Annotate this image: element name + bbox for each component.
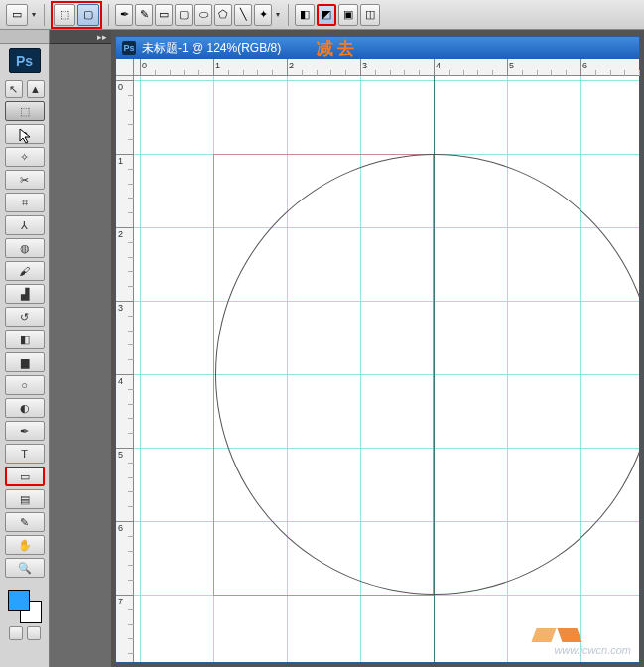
rectangle-tool[interactable]: ▭: [5, 467, 45, 486]
polygon-button[interactable]: ⬠: [214, 4, 232, 26]
zoom-tool[interactable]: 🔍: [5, 558, 45, 578]
shape-layers-icon: ⬚: [60, 8, 69, 21]
blur-icon: ○: [21, 379, 28, 391]
pen-tool[interactable]: ✒: [5, 421, 45, 441]
crop-tool[interactable]: ✂: [5, 170, 45, 190]
hand-tool[interactable]: ✋: [5, 535, 45, 555]
tools-panel: Ps ↖ ▲ ⬚ ɔ ✧ ✂ ⌗ ⅄ ◍ 🖌 ▟ ↺ ◧ ▆ ○ ◐ ✒ T ▭…: [0, 30, 50, 667]
hand-icon: ✋: [18, 539, 32, 552]
custom-shape-icon: ✦: [259, 8, 268, 21]
horizontal-ruler[interactable]: 0123456: [134, 59, 639, 76]
lasso-icon: ɔ: [22, 128, 28, 141]
ellipse-icon: ⬭: [199, 8, 208, 21]
chevron-down-icon[interactable]: ▾: [30, 10, 38, 19]
expand-panels-button[interactable]: ▸▸: [50, 30, 111, 44]
ruler-label: 1: [118, 156, 123, 166]
freeform-pen-icon: ✎: [140, 8, 149, 21]
stamp-icon: ▟: [21, 288, 29, 301]
new-shape-layer-button[interactable]: ◧: [295, 4, 315, 26]
chevron-down-icon[interactable]: ▾: [274, 10, 282, 19]
vertical-ruler[interactable]: 01234567: [116, 76, 134, 662]
document-titlebar[interactable]: Ps 未标题-1 @ 124%(RGB/8) 减去: [116, 37, 639, 59]
ruler-label: 4: [436, 61, 441, 70]
slice-icon: ⌗: [22, 197, 28, 209]
rounded-rect-button[interactable]: ▢: [175, 4, 193, 26]
brush-icon: 🖌: [19, 265, 30, 277]
ruler-label: 2: [289, 61, 294, 70]
marquee-tool[interactable]: ⬚: [5, 101, 45, 121]
ruler-label: 6: [582, 61, 587, 70]
line-button[interactable]: ╲: [234, 4, 252, 26]
brush-tool[interactable]: 🖌: [5, 261, 45, 281]
subtract-from-shape-button[interactable]: ◩: [317, 4, 336, 26]
color-swatches[interactable]: [8, 590, 42, 623]
ruler-label: 5: [118, 450, 123, 460]
ruler-label: 6: [118, 523, 123, 533]
rectangle-icon: ▭: [20, 470, 30, 483]
notes-tool[interactable]: ▤: [5, 489, 45, 509]
ruler-label: 5: [509, 61, 514, 70]
note-icon: ▤: [20, 493, 30, 506]
ruler-label: 7: [118, 597, 123, 606]
dodge-icon: ◐: [20, 402, 30, 415]
custom-shape-button[interactable]: ✦: [254, 4, 272, 26]
color-sampler-tool[interactable]: ✎: [5, 512, 45, 532]
ruler-label: 0: [142, 61, 147, 70]
exclude-shape-button[interactable]: ◫: [360, 4, 380, 26]
ruler-label: 0: [118, 82, 123, 92]
move-tool[interactable]: ↖: [5, 80, 23, 98]
foreground-color-swatch[interactable]: [8, 590, 30, 611]
slice-tool[interactable]: ⌗: [5, 193, 45, 212]
rounded-rect-icon: ▢: [179, 8, 189, 21]
ruler-label: 2: [118, 229, 123, 239]
ruler-label: 4: [118, 376, 123, 386]
ellipse-button[interactable]: ⬭: [194, 4, 212, 26]
healing-brush-tool[interactable]: ◍: [5, 238, 45, 258]
lasso-tool[interactable]: ɔ: [5, 124, 45, 144]
pen-tool-button[interactable]: ✒: [115, 4, 133, 26]
ruler-origin[interactable]: [116, 59, 134, 76]
dodge-tool[interactable]: ◐: [5, 398, 45, 418]
tool-preset-button[interactable]: ▭: [6, 4, 28, 26]
eyedropper-tool[interactable]: ⅄: [5, 215, 45, 235]
new-layer-icon: ◧: [300, 8, 310, 21]
crop-icon: ✂: [20, 174, 29, 187]
photoshop-doc-icon: Ps: [122, 41, 136, 55]
separator: [44, 4, 45, 26]
screen-mode-button[interactable]: [27, 626, 41, 640]
gradient-tool[interactable]: ▆: [5, 352, 45, 372]
panel-grip[interactable]: [0, 30, 49, 44]
shape-layers-button[interactable]: ⬚: [54, 4, 75, 26]
collapsed-panels: ▸▸: [50, 30, 111, 667]
eyedropper-icon: ⅄: [21, 219, 28, 232]
history-brush-tool[interactable]: ↺: [5, 307, 45, 327]
exclude-icon: ◫: [365, 8, 375, 21]
rectangle-button[interactable]: ▭: [155, 4, 173, 26]
sampler-icon: ✎: [20, 516, 29, 529]
gradient-icon: ▆: [21, 356, 29, 369]
type-tool[interactable]: T: [5, 444, 45, 464]
paths-button[interactable]: ▢: [77, 4, 99, 26]
heal-icon: ◍: [20, 242, 30, 255]
move-icon: ↖: [9, 83, 18, 96]
path-selection-tool[interactable]: ▲: [27, 80, 45, 98]
highlight-path-mode: ⬚ ▢: [51, 1, 102, 29]
pen-icon: ✒: [20, 425, 29, 438]
eraser-tool[interactable]: ◧: [5, 330, 45, 349]
history-icon: ↺: [20, 311, 29, 324]
quick-mask-button[interactable]: [9, 626, 23, 640]
blur-tool[interactable]: ○: [5, 375, 45, 395]
pen-icon: ✒: [120, 8, 129, 21]
intersect-shape-button[interactable]: ▣: [338, 4, 358, 26]
document-canvas[interactable]: www.jcwcn.com: [134, 76, 639, 662]
intersect-icon: ▣: [343, 8, 353, 21]
photoshop-logo: Ps: [9, 48, 41, 73]
document-window: Ps 未标题-1 @ 124%(RGB/8) 减去 0123456 012345…: [115, 36, 640, 663]
freeform-pen-button[interactable]: ✎: [135, 4, 153, 26]
ellipse-path: [215, 154, 639, 595]
marquee-icon: ⬚: [20, 105, 30, 118]
magic-wand-tool[interactable]: ✧: [5, 147, 45, 167]
subtract-icon: ◩: [322, 8, 331, 21]
clone-stamp-tool[interactable]: ▟: [5, 284, 45, 304]
arrow-icon: ▲: [30, 83, 41, 95]
